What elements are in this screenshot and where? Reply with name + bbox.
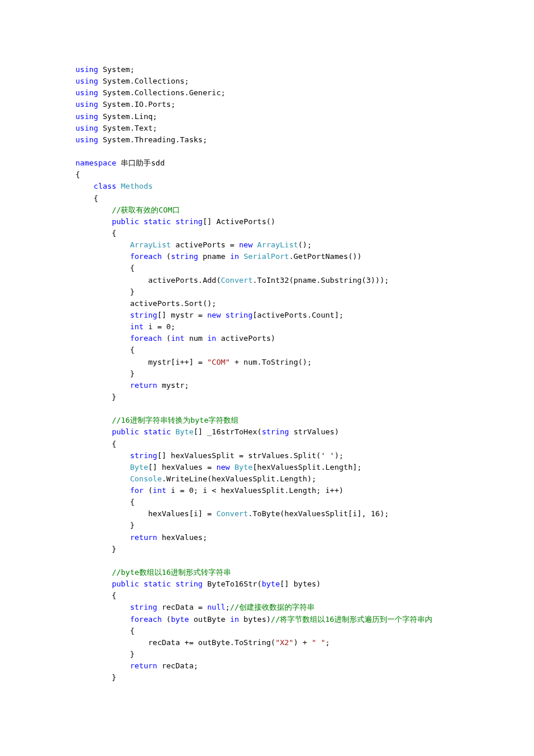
code: [hexValuesSplit.Length]; <box>252 463 362 471</box>
type: Byte <box>234 463 252 471</box>
code: [] mystr = <box>157 311 207 319</box>
ns-ref: System.Threading.Tasks <box>103 135 203 144</box>
keyword-using: using <box>75 112 98 121</box>
code-document: using System; using System.Collections; … <box>0 0 534 756</box>
code: [] hexValues = <box>148 463 216 471</box>
code: .WriteLine(hexValuesSplit.Length); <box>162 474 316 483</box>
keyword: public <box>112 579 139 588</box>
keyword-using: using <box>75 135 98 144</box>
code: activePorts.Sort(); <box>130 299 217 308</box>
code: recData = <box>157 603 207 611</box>
code: ( <box>148 486 153 495</box>
keyword: for <box>130 486 143 495</box>
keyword-using: using <box>75 88 98 97</box>
keyword: in <box>230 615 239 624</box>
code: activePorts.Add( <box>148 276 221 285</box>
class-name: Methods <box>121 182 153 190</box>
keyword: in <box>207 334 217 343</box>
string: "X2" <box>275 638 293 647</box>
code: pname <box>198 252 230 261</box>
keyword: null <box>207 603 225 611</box>
code: outByte <box>189 615 230 624</box>
code: ; <box>225 603 230 611</box>
type: SerialPort <box>244 252 289 261</box>
code: (); <box>298 240 312 249</box>
keyword-using: using <box>75 100 98 109</box>
ns-ref: System.Collections.Generic <box>103 88 221 97</box>
ns-ref: System.Collections <box>103 77 185 85</box>
code: recData += outByte.ToString( <box>148 638 275 647</box>
type: string <box>175 579 203 588</box>
keyword-class: class <box>93 182 116 190</box>
type: ArrayList <box>130 240 171 249</box>
type: int <box>171 334 184 343</box>
code: mystr[i++] = <box>148 358 207 366</box>
code: strValues) <box>289 427 339 436</box>
code: bytes) <box>239 615 271 624</box>
type: Convert <box>217 509 248 518</box>
code: [] _16strToHex( <box>194 427 262 436</box>
type: Byte <box>175 427 193 436</box>
ns-ref: System.Linq <box>103 112 153 121</box>
keyword: static <box>143 579 171 588</box>
code-block: using System; using System.Collections; … <box>75 64 534 683</box>
keyword: new <box>217 463 230 471</box>
code: [] hexValuesSplit = strValues.Split(' ')… <box>157 451 344 460</box>
keyword: new <box>239 240 252 249</box>
keyword: return <box>130 533 157 542</box>
ns-ref: System.Text <box>103 124 153 132</box>
code: i = 0; i < hexValuesSplit.Length; i++) <box>167 486 344 495</box>
keyword-using: using <box>75 65 98 74</box>
keyword: return <box>130 381 157 390</box>
keyword: public <box>112 217 139 226</box>
code: .ToInt32(pname.Substring(3))); <box>252 276 389 285</box>
keyword: public <box>112 427 139 436</box>
ns-ref: System.IO.Ports <box>103 100 171 109</box>
keyword-using: using <box>75 124 98 132</box>
type: string <box>130 603 157 611</box>
keyword-namespace: namespace <box>75 159 116 167</box>
comment: //byte数组以16进制形式转字符串 <box>112 568 232 577</box>
code: recData; <box>157 661 198 670</box>
code: + num.ToString(); <box>230 358 312 366</box>
type: string <box>130 311 157 319</box>
keyword: foreach <box>130 334 162 343</box>
type: ArrayList <box>257 240 298 249</box>
code: activePorts = <box>175 240 239 249</box>
code: .GetPortNames()) <box>289 252 362 261</box>
code: ) + <box>294 638 312 647</box>
code: hexValues[i] = <box>148 509 216 518</box>
comment: //将字节数组以16进制形式遍历到一个字符串内 <box>271 615 432 624</box>
type: string <box>225 311 252 319</box>
type: string <box>175 217 203 226</box>
code: mystr; <box>157 381 189 390</box>
type: string <box>262 427 289 436</box>
type: byte <box>262 579 280 588</box>
ns-ref: System <box>103 65 130 74</box>
namespace-name: 串口助手sdd <box>121 159 164 167</box>
comment: //获取有效的COM口 <box>112 206 180 214</box>
code: [] bytes) <box>280 579 320 588</box>
keyword: foreach <box>130 252 162 261</box>
type: byte <box>171 615 189 624</box>
string: "COM" <box>207 358 230 366</box>
keyword: new <box>207 311 221 319</box>
type: Convert <box>221 276 252 285</box>
type: int <box>153 486 166 495</box>
type: string <box>130 451 157 460</box>
keyword: static <box>143 217 171 226</box>
code: .ToByte(hexValuesSplit[i], 16); <box>248 509 389 518</box>
code: num <box>185 334 207 343</box>
code: ; <box>326 638 330 647</box>
string: " " <box>312 638 325 647</box>
type: int <box>130 322 143 331</box>
comment: //16进制字符串转换为byte字符数组 <box>112 416 239 424</box>
code: i = 0; <box>143 322 175 331</box>
type: string <box>171 252 198 261</box>
keyword: return <box>130 661 157 670</box>
method-name: ActivePorts() <box>217 217 276 226</box>
code: ByteTo16Str( <box>203 579 262 588</box>
comment: //创建接收数据的字符串 <box>230 603 315 611</box>
code: activePorts) <box>217 334 276 343</box>
type: Console <box>130 474 162 483</box>
